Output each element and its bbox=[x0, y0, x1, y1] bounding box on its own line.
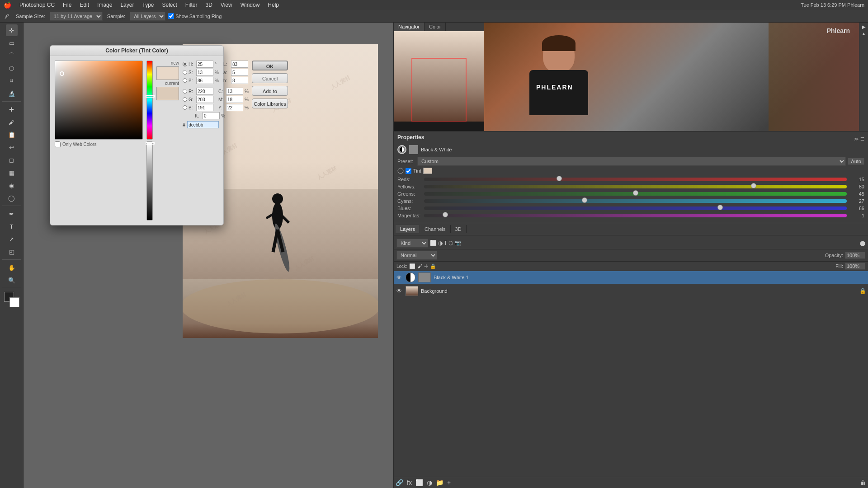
ok-button[interactable]: OK bbox=[252, 61, 288, 70]
color-libraries-button[interactable]: Color Libraries bbox=[252, 99, 288, 108]
lock-all-icon[interactable]: 🔒 bbox=[430, 263, 436, 269]
sample-size-select[interactable]: 11 by 11 Average bbox=[50, 12, 103, 21]
mask-icon[interactable]: ⬜ bbox=[415, 479, 423, 486]
l-input[interactable] bbox=[231, 61, 248, 68]
color-gradient-box[interactable] bbox=[55, 61, 143, 140]
kind-filter-select[interactable]: Kind bbox=[396, 239, 428, 248]
menu-icon[interactable]: ☰ bbox=[860, 136, 864, 141]
menu-select[interactable]: Select bbox=[158, 1, 180, 9]
h-input[interactable] bbox=[196, 61, 213, 68]
layer-eye-bg[interactable]: 👁 bbox=[396, 287, 403, 295]
tab-color[interactable]: Color bbox=[425, 23, 446, 31]
radio-s[interactable] bbox=[183, 70, 187, 75]
slider-track[interactable] bbox=[424, 192, 847, 196]
filter-pixel-icon[interactable]: ⬜ bbox=[430, 240, 437, 246]
menu-window[interactable]: Window bbox=[237, 1, 264, 9]
tint-color-swatch[interactable] bbox=[423, 168, 432, 174]
group-icon[interactable]: 📁 bbox=[436, 479, 443, 486]
slider-track[interactable] bbox=[424, 214, 847, 217]
add-to-swatches-button[interactable]: Add to Swatches bbox=[252, 86, 288, 96]
show-sampling-ring-checkbox[interactable] bbox=[168, 13, 174, 19]
cancel-button[interactable]: Cancel bbox=[252, 73, 288, 83]
tab-navigator[interactable]: Navigator bbox=[394, 23, 425, 31]
tab-channels[interactable]: Channels bbox=[420, 225, 450, 233]
lasso-tool[interactable]: ⌒ bbox=[6, 50, 18, 61]
pen-tool[interactable]: ✒ bbox=[6, 208, 18, 220]
path-select-tool[interactable]: ↗ bbox=[6, 233, 18, 245]
dodge-tool[interactable]: ◯ bbox=[6, 192, 18, 204]
marquee-tool[interactable]: ▭ bbox=[6, 37, 18, 49]
menu-filter[interactable]: Filter bbox=[182, 1, 201, 9]
c-input[interactable] bbox=[226, 88, 243, 95]
history-brush-tool[interactable]: ↩ bbox=[6, 141, 18, 153]
radio-b[interactable] bbox=[183, 78, 187, 83]
panel-icon-1[interactable]: ▶ bbox=[862, 24, 866, 29]
b2-input[interactable] bbox=[231, 77, 248, 84]
effects-icon[interactable]: fx bbox=[407, 479, 412, 486]
m-input[interactable] bbox=[226, 96, 243, 103]
zoom-tool[interactable]: 🔍 bbox=[6, 274, 18, 286]
slider-track[interactable] bbox=[424, 199, 847, 203]
layer-eye-bw[interactable]: 👁 bbox=[396, 274, 403, 281]
delete-layer-icon[interactable]: 🗑 bbox=[860, 479, 866, 486]
sample-select[interactable]: All Layers bbox=[130, 12, 165, 21]
fill-input[interactable] bbox=[845, 263, 865, 270]
g-input[interactable] bbox=[196, 96, 213, 103]
slider-track[interactable] bbox=[424, 185, 847, 188]
menu-file[interactable]: File bbox=[59, 1, 75, 9]
menu-view[interactable]: View bbox=[217, 1, 236, 9]
slider-track[interactable] bbox=[424, 178, 847, 181]
blur-tool[interactable]: ◉ bbox=[6, 179, 18, 191]
menu-3d[interactable]: 3D bbox=[202, 1, 216, 9]
hex-input[interactable] bbox=[187, 121, 219, 128]
lock-image-icon[interactable]: 🖌 bbox=[417, 263, 422, 269]
web-colors-checkbox[interactable] bbox=[55, 141, 61, 147]
color-swatches[interactable] bbox=[4, 292, 19, 307]
preset-select[interactable]: Custom bbox=[417, 157, 846, 166]
menu-type[interactable]: Type bbox=[138, 1, 157, 9]
link-layers-icon[interactable]: 🔗 bbox=[396, 479, 403, 486]
filter-smart-icon[interactable]: 📷 bbox=[454, 240, 461, 246]
a-input[interactable] bbox=[231, 69, 248, 76]
panel-icon-2[interactable]: ▲ bbox=[862, 31, 866, 36]
filter-shape-icon[interactable]: ⬡ bbox=[448, 240, 453, 246]
lock-position-icon[interactable]: ✛ bbox=[424, 263, 428, 269]
layer-row-bg[interactable]: 👁 Background 🔒 bbox=[394, 285, 868, 297]
move-tool[interactable]: ✛ bbox=[6, 24, 18, 36]
k-input[interactable] bbox=[203, 112, 220, 119]
blend-mode-select[interactable]: Normal bbox=[396, 251, 437, 260]
filter-type-icon[interactable]: T bbox=[444, 240, 447, 246]
hue-strip[interactable] bbox=[146, 61, 153, 140]
auto-button[interactable]: Auto bbox=[848, 158, 864, 165]
expand-icon[interactable]: ≫ bbox=[854, 136, 859, 141]
new-layer-icon[interactable]: + bbox=[447, 479, 451, 486]
layer-row-bw[interactable]: 👁 Black & White 1 bbox=[394, 271, 868, 284]
radio-b3[interactable] bbox=[183, 105, 187, 110]
opacity-strip[interactable] bbox=[146, 141, 153, 221]
apple-menu[interactable]: 🍎 bbox=[4, 1, 11, 9]
hand-tool[interactable]: ✋ bbox=[6, 262, 18, 273]
b3-input[interactable] bbox=[196, 104, 213, 111]
eraser-tool[interactable]: ◻ bbox=[6, 154, 18, 166]
menu-image[interactable]: Image bbox=[94, 1, 116, 9]
eyedropper-tool[interactable]: 🔬 bbox=[6, 88, 18, 99]
shape-tool[interactable]: ◰ bbox=[6, 246, 18, 258]
crop-tool[interactable]: ⌗ bbox=[6, 75, 18, 87]
filter-adjust-icon[interactable]: ◑ bbox=[438, 240, 443, 246]
menu-help[interactable]: Help bbox=[264, 1, 283, 9]
slider-track[interactable] bbox=[424, 206, 847, 210]
radio-g[interactable] bbox=[183, 97, 187, 102]
background-color[interactable] bbox=[9, 297, 19, 307]
b-input[interactable] bbox=[196, 77, 213, 84]
radio-h[interactable] bbox=[183, 62, 187, 66]
menu-photoshop[interactable]: Photoshop CC bbox=[16, 1, 58, 9]
clone-stamp-tool[interactable]: 📋 bbox=[6, 129, 18, 141]
y-input[interactable] bbox=[226, 104, 243, 111]
gradient-tool[interactable]: ▦ bbox=[6, 167, 18, 178]
adjustment-icon[interactable]: ◑ bbox=[427, 479, 432, 486]
tab-3d[interactable]: 3D bbox=[451, 225, 467, 233]
brush-tool[interactable]: 🖌 bbox=[6, 116, 18, 128]
type-tool[interactable]: T bbox=[6, 221, 18, 232]
quick-select-tool[interactable]: ⬡ bbox=[6, 62, 18, 74]
new-color-swatch[interactable] bbox=[156, 66, 179, 80]
